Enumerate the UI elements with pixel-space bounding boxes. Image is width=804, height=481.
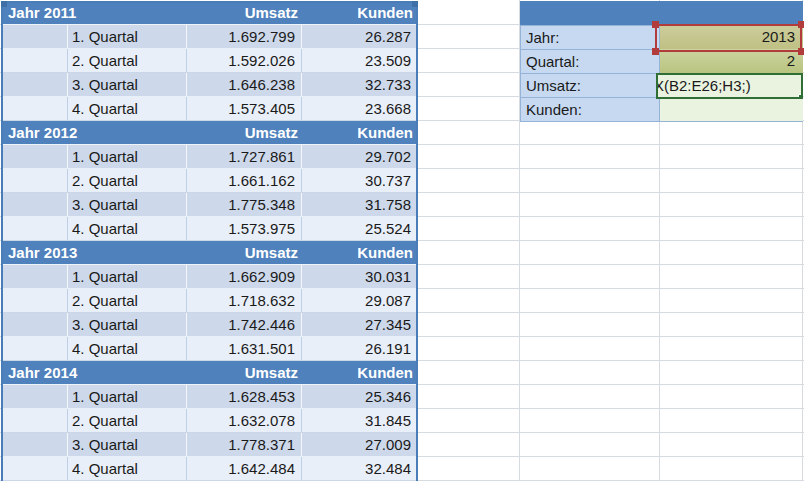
cell-spacer[interactable] [2,457,68,480]
cell-quartal[interactable]: 3. Quartal [68,433,187,456]
cell-umsatz[interactable]: 1.573.975 [187,217,302,240]
column-header-umsatz[interactable]: Umsatz [187,361,302,384]
table-row: 2. Quartal 1.592.026 23.509 [2,49,417,73]
formula-edit-cell[interactable]: X(B2:E26;H3;) [656,73,803,99]
form-label-umsatz[interactable]: Umsatz: [520,73,660,98]
cell-quartal[interactable]: 2. Quartal [68,49,187,72]
cell-quartal[interactable]: 4. Quartal [68,337,187,360]
cell-umsatz[interactable]: 1.662.909 [187,265,302,288]
form-label-kunden[interactable]: Kunden: [520,97,660,122]
cell-quartal[interactable]: 2. Quartal [68,289,187,312]
cell-quartal[interactable]: 3. Quartal [68,193,187,216]
form-header-band[interactable] [520,1,803,25]
cell-umsatz[interactable]: 1.642.484 [187,457,302,480]
cell-umsatz[interactable]: 1.592.026 [187,49,302,72]
cell-quartal[interactable]: 4. Quartal [68,457,187,480]
red-handle-bottom-left[interactable] [652,48,659,55]
cell-umsatz[interactable]: 1.778.371 [187,433,302,456]
cell-spacer[interactable] [2,385,68,408]
cell-spacer[interactable] [2,169,68,192]
table-row: 4. Quartal 1.631.501 26.191 [2,337,417,361]
cell-quartal[interactable]: 4. Quartal [68,97,187,120]
cell-spacer[interactable] [2,409,68,432]
table-row: 3. Quartal 1.778.371 27.009 [2,433,417,457]
cell-kunden[interactable]: 29.087 [302,289,417,312]
cell-quartal[interactable]: 1. Quartal [68,145,187,168]
year-title[interactable]: Jahr 2011 [2,1,187,24]
cell-spacer[interactable] [2,433,68,456]
form-value-jahr[interactable]: 2013 [660,25,803,49]
cell-umsatz[interactable]: 1.692.799 [187,25,302,48]
cell-quartal[interactable]: 3. Quartal [68,313,187,336]
cell-spacer[interactable] [2,25,68,48]
column-header-kunden[interactable]: Kunden [302,241,417,264]
cell-spacer[interactable] [2,217,68,240]
cell-kunden[interactable]: 26.191 [302,337,417,360]
cell-umsatz[interactable]: 1.718.632 [187,289,302,312]
cell-spacer[interactable] [2,265,68,288]
cell-spacer[interactable] [2,313,68,336]
cell-kunden[interactable]: 25.346 [302,385,417,408]
year-header-row: Jahr 2014 Umsatz Kunden [2,361,417,385]
year-title[interactable]: Jahr 2012 [2,121,187,144]
table-row: 1. Quartal 1.727.861 29.702 [2,145,417,169]
cell-spacer[interactable] [2,97,68,120]
column-header-umsatz[interactable]: Umsatz [187,1,302,24]
cell-quartal[interactable]: 4. Quartal [68,217,187,240]
cell-kunden[interactable]: 32.484 [302,457,417,480]
column-header-kunden[interactable]: Kunden [302,361,417,384]
cell-quartal[interactable]: 1. Quartal [68,385,187,408]
cell-kunden[interactable]: 27.009 [302,433,417,456]
cell-umsatz[interactable]: 1.632.078 [187,409,302,432]
cell-umsatz[interactable]: 1.727.861 [187,145,302,168]
cell-kunden[interactable]: 27.345 [302,313,417,336]
formula-text: X(B2:E26;H3;) [656,75,801,96]
year-header-row: Jahr 2013 Umsatz Kunden [2,241,417,265]
cell-kunden[interactable]: 29.702 [302,145,417,168]
column-header-umsatz[interactable]: Umsatz [187,121,302,144]
cell-umsatz[interactable]: 1.573.405 [187,97,302,120]
cell-umsatz[interactable]: 1.661.162 [187,169,302,192]
cell-kunden[interactable]: 26.287 [302,25,417,48]
cell-umsatz[interactable]: 1.775.348 [187,193,302,216]
reference-handle-top-left[interactable] [1,1,7,7]
year-title[interactable]: Jahr 2013 [2,241,187,264]
form-value-kunden[interactable] [660,97,803,122]
cell-spacer[interactable] [2,337,68,360]
cell-umsatz[interactable]: 1.628.453 [187,385,302,408]
cell-kunden[interactable]: 31.758 [302,193,417,216]
red-handle-top-right[interactable] [798,21,804,28]
cell-spacer[interactable] [2,145,68,168]
year-title[interactable]: Jahr 2014 [2,361,187,384]
column-header-umsatz[interactable]: Umsatz [187,241,302,264]
cell-umsatz[interactable]: 1.646.238 [187,73,302,96]
red-handle-bottom-right[interactable] [798,48,804,55]
cell-umsatz[interactable]: 1.742.446 [187,313,302,336]
cell-umsatz[interactable]: 1.631.501 [187,337,302,360]
table-row: 1. Quartal 1.628.453 25.346 [2,385,417,409]
cell-spacer[interactable] [2,49,68,72]
cell-quartal[interactable]: 1. Quartal [68,25,187,48]
form-label-jahr[interactable]: Jahr: [520,25,660,50]
cell-kunden[interactable]: 30.031 [302,265,417,288]
cell-quartal[interactable]: 2. Quartal [68,169,187,192]
reference-handle-top-right[interactable] [412,1,418,7]
form-label-quartal[interactable]: Quartal: [520,49,660,74]
column-header-kunden[interactable]: Kunden [302,121,417,144]
fill-handle[interactable] [798,94,803,99]
form-value-quartal[interactable]: 2 [660,49,803,73]
cell-quartal[interactable]: 2. Quartal [68,409,187,432]
column-header-kunden[interactable]: Kunden [302,1,417,24]
cell-quartal[interactable]: 3. Quartal [68,73,187,96]
cell-quartal[interactable]: 1. Quartal [68,265,187,288]
cell-kunden[interactable]: 31.845 [302,409,417,432]
cell-kunden[interactable]: 25.524 [302,217,417,240]
cell-spacer[interactable] [2,73,68,96]
cell-kunden[interactable]: 23.509 [302,49,417,72]
cell-kunden[interactable]: 23.668 [302,97,417,120]
red-handle-top-left[interactable] [652,21,659,28]
cell-spacer[interactable] [2,289,68,312]
cell-kunden[interactable]: 32.733 [302,73,417,96]
cell-kunden[interactable]: 30.737 [302,169,417,192]
cell-spacer[interactable] [2,193,68,216]
